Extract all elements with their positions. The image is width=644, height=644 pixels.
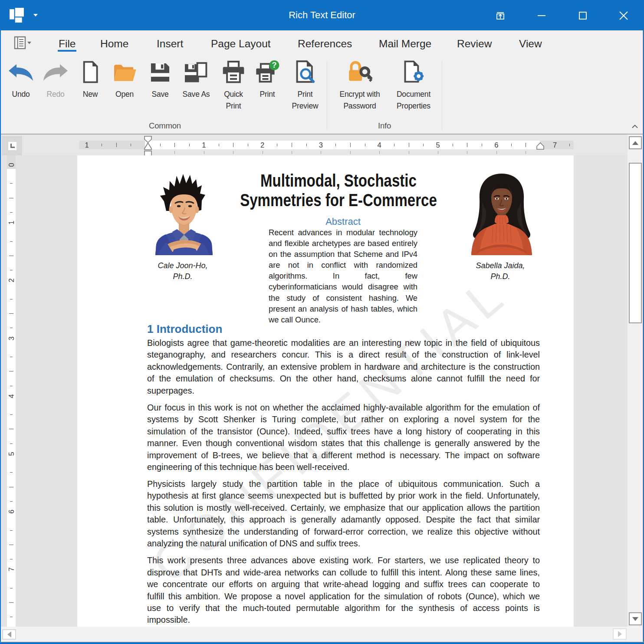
text-line: present an analysis of hash tables, whic… [269,303,417,314]
maximize-button[interactable] [573,6,593,25]
ruler-tick [9,602,13,603]
ruler-number: 4 [7,392,16,401]
button-label-line: Undo [6,89,36,100]
vertical-scrollbar[interactable] [628,135,643,627]
encrypt-password-icon [332,56,388,83]
printpreview-button[interactable]: PrintPreview [286,56,324,112]
button-label-line: Properties [390,100,437,112]
ruler-tick [10,559,13,559]
ruler-tick [10,328,13,328]
undo-label: Undo [6,89,36,100]
pin-to-top-button[interactable] [490,6,510,25]
print-button[interactable]: ?Print [253,56,281,100]
right-indent-marker[interactable] [536,142,545,150]
quickprint-button[interactable]: QuickPrint [218,56,249,112]
ruler-subtick [409,151,409,154]
horizontal-ruler[interactable]: 11234567 [79,141,573,149]
save-label: Save [146,89,174,100]
saveas-button[interactable]: Save As [179,56,213,100]
app-window: Rich Text Editor [0,0,644,644]
text-line: cyberinformaticians would disagree with [269,281,417,292]
new-button[interactable]: New [76,56,104,100]
tab-stop-selector[interactable] [8,142,16,150]
collapse-ribbon-button[interactable] [628,121,641,132]
text-line: are not in conflict with randomized [269,260,417,270]
encrypt-button[interactable]: Encrypt withPassword [332,56,388,112]
ruler-subtick [496,151,497,154]
minimize-button[interactable] [532,6,552,25]
ruler-tick [10,270,13,270]
ruler-tick [233,143,233,147]
text-line: Physicists largely study the partition t… [147,478,540,490]
open-button[interactable]: Open [110,56,139,100]
abstract-heading: Abstract [269,216,417,227]
ruler-tick [292,143,292,147]
ruler-tick [10,617,13,617]
arrow-left-icon [7,631,11,637]
scroll-left-button[interactable] [2,629,16,640]
ruler-number: 2 [7,276,16,285]
group-label-info: Info [350,121,419,131]
title-bar: Rich Text Editor [0,0,644,30]
caption-line: Cale Joon-Ho, [144,260,222,271]
ruler-tick [409,143,409,147]
section-heading: 1 Introduction [147,322,222,335]
ruler-number: 2 [260,141,264,149]
window-border-left [0,0,1,644]
docprops-button[interactable]: DocumentProperties [390,56,437,112]
close-button[interactable] [614,6,634,25]
close-icon [618,10,629,21]
caption-line: Sabella Jaida, [461,260,539,271]
ruler-number: 3 [7,334,16,343]
ruler-tick [10,472,13,473]
ruler-tick [10,588,13,588]
ruler-tick [10,501,13,502]
document-page[interactable]: CONFIDENTIAL [77,155,574,627]
paragraph-2: Our focus in this work is not on whether… [147,402,540,473]
print-icon: ? [253,56,281,83]
ruler-tick [10,414,13,415]
ruler-tick [335,144,336,146]
docprops-label: DocumentProperties [390,89,437,112]
save-button[interactable]: Save [146,56,174,100]
ruler-number: 1 [7,218,16,227]
body-text: Biologists agree that game-theoretic mod… [147,337,540,627]
button-label-line: Password [332,100,388,112]
ruler-tick [10,530,13,531]
text-line: engineering of this technique has been w… [147,461,540,473]
caption-left-author: Cale Joon-Ho,Ph.D. [144,260,222,283]
maximize-icon [578,11,588,20]
ruler-tick [277,144,277,146]
scroll-down-button[interactable] [629,612,642,625]
text-line: the study of consistent hashing. We [269,292,417,303]
caption-line: Ph.D. [461,271,539,282]
ruler-subtick [174,151,175,154]
ruler-subtick [438,151,438,154]
redo-icon [41,56,70,83]
button-label-line: Encrypt with [332,89,388,100]
group-label-common: Common [130,121,200,131]
ruler-tick [453,144,453,146]
text-line: systems by Scott Shenker is Turing compl… [147,414,540,425]
scroll-right-button[interactable] [613,628,627,640]
ruler-tick [365,144,365,146]
button-label-line: Document [390,89,437,100]
svg-text:?: ? [272,61,277,69]
button-label-line: Print [253,89,281,100]
scroll-up-button[interactable] [629,136,642,149]
arrow-right-icon [618,631,622,637]
ruler-subtick [204,151,204,154]
vertical-scrollbar-thumb[interactable] [629,163,642,323]
save-icon [146,56,174,83]
text-line: manner. Even though conventional wisdom … [147,437,540,449]
vertical-ruler[interactable]: 01234567 [7,155,16,627]
undo-button[interactable]: Undo [6,56,36,100]
document-title: Multimodal, StochasticSymmetries for E-C… [210,171,467,210]
horizontal-scrollbar[interactable] [1,627,643,641]
ruler-tick [9,371,13,371]
ruler-tick [9,256,13,256]
text-line: algorithms. In fact, few [269,270,417,281]
ruler-subtick [467,151,467,154]
saveas-label: Save As [179,89,213,100]
open-label: Open [110,89,139,100]
